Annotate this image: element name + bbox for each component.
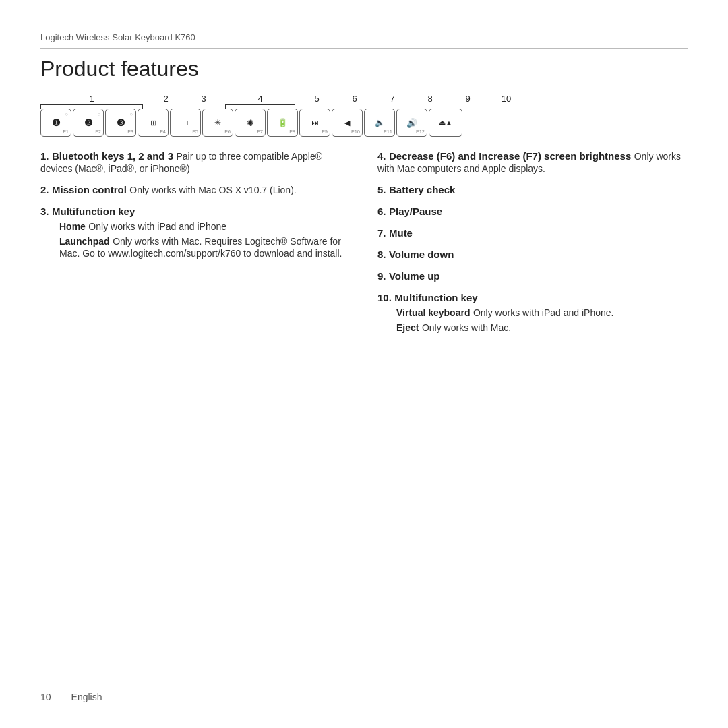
callout-4: 4 [225,94,295,104]
features-right: 4. Decrease (F6) and Increase (F7) scree… [377,150,688,343]
callout-10: 10 [502,94,511,104]
keys-row: ❶ ○ F1 ❷ ○ F2 ❸ ○ F3 ⊞ F4 [40,109,688,137]
callout-8: 8 [427,94,432,104]
feature-item-10: 10. Multifunction key Virtual keyboard O… [377,292,688,334]
key-bluetooth-1: ❶ ○ F1 [40,109,71,137]
key-brightness-decrease: ✳ F6 [202,109,233,137]
product-name: Logitech Wireless Solar Keyboard K760 [40,32,688,49]
feature-item-5: 5. Battery check [377,184,688,196]
callout-5: 5 [314,94,319,104]
callout-3: 3 [201,94,206,104]
key-mission-control: ⊞ F4 [138,109,169,137]
key-battery-check: 🔋 F8 [267,109,298,137]
feature-item-4: 4. Decrease (F6) and Increase (F7) scree… [377,150,688,175]
language-label: English [71,692,102,702]
key-bluetooth-2: ❷ ○ F2 [73,109,104,137]
feature-item-6: 6. Play/Pause [377,206,688,218]
feature-item-7: 7. Mute [377,227,688,239]
callout-2: 2 [163,94,168,104]
feature-item-9: 9. Volume up [377,270,688,282]
features-section: 1. Bluetooth keys 1, 2 and 3 Pair up to … [40,150,688,343]
feature-item-8: 8. Volume down [377,249,688,261]
callout-6: 6 [352,94,357,104]
key-multifunction-home: □ F5 [170,109,201,137]
callout-7: 7 [390,94,394,104]
key-eject: ⏏▲ [429,109,462,137]
callout-9: 9 [465,94,470,104]
key-brightness-increase: ✺ F7 [235,109,266,137]
page-number: 10 [40,692,51,702]
feature-item-2: 2. Mission control Only works with Mac O… [40,184,351,196]
key-volume-up: 🔊 F12 [396,109,427,137]
feature-item-1: 1. Bluetooth keys 1, 2 and 3 Pair up to … [40,150,351,175]
footer: 10 English [40,692,102,702]
keyboard-diagram: 1 2 3 4 [40,94,688,137]
key-volume-down: 🔈 F11 [364,109,395,137]
callout-1: 1 [40,94,143,104]
feature-item-3: 3. Multifunction key Home Only works wit… [40,206,351,260]
section-title: Product features [40,57,688,82]
features-left: 1. Bluetooth keys 1, 2 and 3 Pair up to … [40,150,351,343]
key-mute: ◀ F10 [332,109,363,137]
key-play-pause: ⏭ F9 [299,109,330,137]
key-bluetooth-3: ❸ ○ F3 [105,109,136,137]
